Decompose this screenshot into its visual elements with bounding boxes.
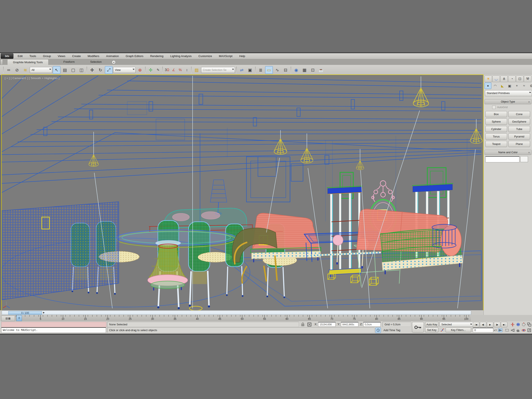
menu-create[interactable]: Create	[69, 53, 84, 59]
modify-tab-icon[interactable]: ◡	[492, 76, 500, 82]
toggle-ribbon-icon[interactable]: ▭	[265, 66, 273, 74]
camera-viewport[interactable]	[1, 75, 483, 311]
align-icon[interactable]: ▣	[246, 66, 254, 74]
timeline-ruler[interactable]: 0 5 10 15 20 25 30 35 40 45 50 55 60 65 …	[16, 315, 471, 321]
menu-maxscript[interactable]: MAXScript	[215, 53, 236, 59]
cameras-category-icon[interactable]: ▣	[506, 82, 513, 89]
object-color-swatch[interactable]	[520, 156, 528, 162]
menu-customize[interactable]: Customize	[195, 53, 215, 59]
bind-to-space-warp-icon[interactable]: ≋	[21, 66, 29, 74]
rectangular-selection-region-icon[interactable]: ▢	[69, 66, 77, 74]
select-and-scale-icon[interactable]: ⤢	[105, 66, 113, 74]
time-tag-clock-icon[interactable]	[375, 328, 381, 333]
create-tab-icon[interactable]: ☀	[485, 76, 492, 82]
motion-tab-icon[interactable]: ◔	[508, 76, 516, 82]
menu-modifiers[interactable]: Modifiers	[84, 53, 103, 59]
lights-category-icon[interactable]: ◣	[499, 82, 506, 89]
pyramid-button[interactable]: Pyramid	[508, 133, 530, 139]
set-keys-button[interactable]	[412, 322, 424, 333]
current-frame-field[interactable]: 0	[473, 328, 493, 332]
menu-graph-editors[interactable]: Graph Editors	[122, 53, 147, 59]
utilities-tab-icon[interactable]: ⚒	[524, 76, 531, 82]
select-and-manipulate-icon[interactable]: ✣	[147, 66, 154, 74]
mirror-icon[interactable]: ⇌	[238, 66, 246, 74]
render-production-icon[interactable]: ☕	[317, 66, 325, 74]
helpers-category-icon[interactable]: ⌖	[513, 82, 520, 89]
time-slider-track[interactable]: 0 / 100 ▶	[2, 311, 471, 315]
sofa-right[interactable]	[357, 209, 463, 274]
material-editor-icon[interactable]: ◉	[292, 66, 300, 74]
shapes-category-icon[interactable]: ◠	[492, 82, 499, 89]
teapot-button[interactable]: Teapot	[485, 141, 507, 147]
unlink-selection-icon[interactable]: ⊘	[13, 66, 21, 74]
rendered-frame-window-icon[interactable]: ⊡	[309, 66, 317, 74]
menu-edit[interactable]: Edit	[14, 53, 26, 59]
schematic-view-icon[interactable]: ⊟	[282, 66, 289, 74]
key-mode-toggle-icon[interactable]	[498, 328, 503, 333]
selection-lock-icon[interactable]	[300, 322, 305, 327]
curve-editor-icon[interactable]: ∿	[273, 66, 281, 74]
time-slider-handle[interactable]: 0 / 100	[8, 311, 42, 315]
box-button[interactable]: Box	[485, 111, 507, 117]
percent-snap-icon[interactable]: %	[177, 66, 183, 74]
display-cabinet-left[interactable]	[327, 186, 363, 278]
z-coordinate-field[interactable]: 0,0cm	[363, 322, 381, 327]
zoom-extents-icon[interactable]	[515, 322, 521, 327]
window-crossing-icon[interactable]: ◫	[78, 66, 85, 74]
zoom-region-icon[interactable]	[504, 328, 510, 333]
menu-views[interactable]: Views	[54, 53, 69, 59]
select-object-icon[interactable]: ↖	[53, 66, 60, 74]
angle-snap-icon[interactable]: ∠	[171, 66, 177, 74]
geosphere-button[interactable]: GeoSphere	[508, 119, 530, 125]
grid-mesh-screen[interactable]	[2, 202, 119, 300]
time-slider-right-arrow[interactable]: ▶	[42, 311, 45, 314]
cylinder-button[interactable]: Cylinder	[485, 126, 507, 132]
photometric-lights[interactable]	[89, 88, 482, 170]
toolbar-grip[interactable]	[3, 67, 4, 73]
rollout-collapse-icon[interactable]: ∧	[528, 101, 530, 103]
named-selection-set-dropdown[interactable]: Create Selection Se	[201, 67, 235, 73]
tab-selection[interactable]: Selection	[85, 59, 107, 65]
auto-key-button[interactable]: Auto Key	[425, 322, 438, 327]
menu-help[interactable]: Help	[236, 53, 248, 59]
viewport-label[interactable]: [ + ] [ Camera01 ] [ Smooth + Highlights…	[5, 77, 59, 80]
green-wall-frames[interactable]	[340, 168, 446, 198]
selection-filter-dropdown[interactable]: All	[30, 67, 52, 73]
reference-coordinate-system-dropdown[interactable]: View	[113, 67, 136, 73]
use-pivot-point-center-icon[interactable]: ⊕	[136, 66, 144, 74]
ribbon-minimize-icon[interactable]: ●	[112, 60, 116, 64]
menu-animation[interactable]: Animation	[102, 53, 122, 59]
wall-picture-frame[interactable]	[247, 157, 290, 202]
next-frame-button[interactable]: |▶	[494, 322, 500, 327]
rollout-collapse-icon[interactable]: ∧	[528, 151, 530, 154]
select-and-link-icon[interactable]: ∞	[5, 66, 13, 74]
primitive-category-dropdown[interactable]: Standard Primitives	[485, 90, 532, 96]
field-of-view-icon[interactable]	[510, 328, 515, 333]
maxscript-mini-listener-pink[interactable]	[1, 322, 106, 327]
layer-manager-icon[interactable]: ≣	[257, 66, 265, 74]
hierarchy-tab-icon[interactable]: ⋔	[500, 76, 508, 82]
tab-graphite-modeling-tools[interactable]: Graphite Modeling Tools	[7, 59, 49, 65]
maximize-viewport-toggle-icon[interactable]	[526, 322, 532, 327]
geometry-category-icon[interactable]: ●	[485, 82, 491, 89]
tab-freeform[interactable]: Freeform	[58, 59, 80, 65]
play-animation-button[interactable]: ▶	[487, 322, 493, 327]
sphere-button[interactable]: Sphere	[485, 119, 507, 125]
menu-group[interactable]: Group	[40, 53, 55, 59]
current-frame-marker[interactable]: 0	[16, 315, 22, 321]
zoom-icon[interactable]	[510, 322, 515, 327]
absolute-mode-transform-icon[interactable]	[307, 322, 312, 327]
systems-category-icon[interactable]: ⚙	[528, 82, 532, 89]
tube-button[interactable]: Tube	[508, 126, 530, 132]
display-tab-icon[interactable]: ⊡	[516, 76, 524, 82]
pan-hand-icon[interactable]	[515, 328, 521, 333]
application-button[interactable]: 3ds	[1, 53, 13, 59]
menu-tools[interactable]: Tools	[26, 53, 40, 59]
add-time-tag[interactable]: Add Time Tag	[382, 327, 411, 333]
maximize-viewport-icon[interactable]	[526, 328, 532, 333]
go-to-start-button[interactable]: |◀	[473, 322, 479, 327]
default-in-out-tangent-icon[interactable]	[440, 328, 445, 333]
key-filters-button[interactable]: Key Filters...	[446, 328, 471, 332]
set-key-button[interactable]: Set Key	[425, 328, 438, 332]
ribbon-grip[interactable]	[0, 59, 3, 65]
